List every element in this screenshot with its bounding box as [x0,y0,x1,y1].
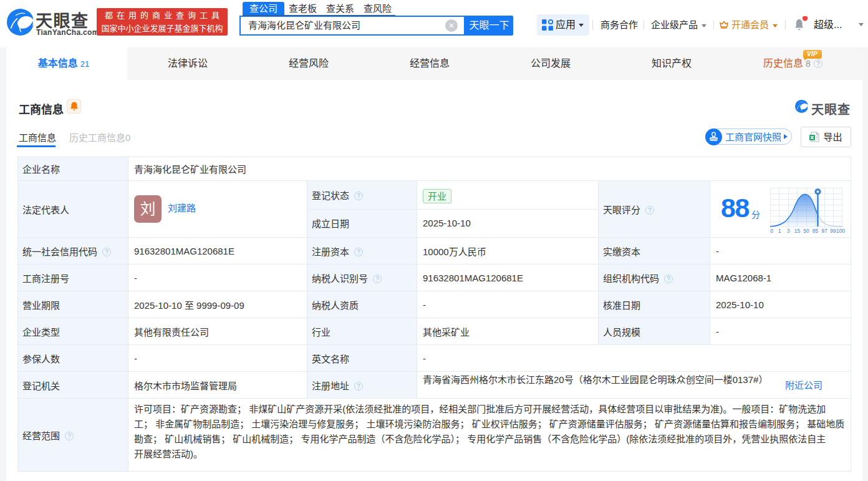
svg-text:97: 97 [821,228,827,234]
svg-text:100: 100 [836,228,845,234]
svg-text:50: 50 [803,228,809,234]
svg-text:15: 15 [794,228,801,234]
svg-text:85: 85 [813,228,819,234]
svg-text:3: 3 [787,228,790,234]
svg-text:99: 99 [830,228,836,234]
svg-text:1: 1 [778,228,781,234]
svg-text:0: 0 [770,228,773,234]
